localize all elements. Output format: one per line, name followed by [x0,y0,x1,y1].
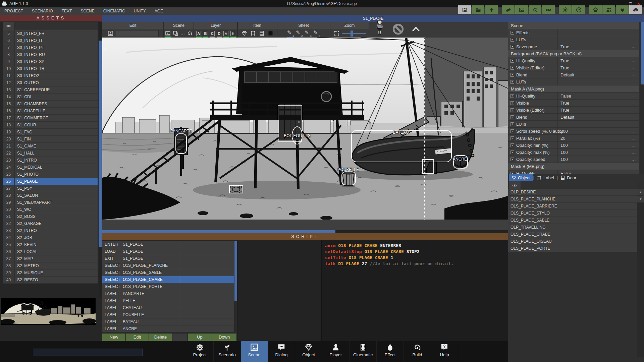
script-row[interactable]: SELECTO1S_PLAGE_CRABE [102,276,234,283]
layers-tool-button[interactable] [173,30,178,37]
mode-button-help[interactable]: ?Help [431,341,458,362]
property-more-button[interactable]: ... [632,108,639,112]
property-row[interactable]: ▪Visible (Editor)True... [508,107,639,114]
marquee-tool-button[interactable] [333,30,340,37]
layer-c-toggle[interactable]: C [210,31,215,36]
scene-panorama-preview[interactable] [1,298,96,325]
assets-scrollbar[interactable] [99,22,102,297]
property-more-button[interactable]: ... [632,44,639,49]
layer-d-toggle[interactable]: D [217,31,221,36]
cloud-button[interactable] [629,5,642,14]
people-button[interactable] [602,5,615,14]
asset-row[interactable]: 22S1_HALL [3,150,98,157]
asset-row[interactable]: 34S2_JOB [3,234,98,241]
asset-row[interactable]: 35S2_KEVIN [3,241,98,248]
menu-item-scene[interactable]: SCENE [76,7,99,15]
save-button[interactable] [458,5,471,14]
travelling-marker-line[interactable] [424,38,425,220]
asset-row[interactable]: 23S1_INTRO [3,157,98,164]
script-row[interactable]: LABELPELLE [102,297,234,304]
asset-row[interactable]: 29S1_VIEUXAPPART [3,199,98,206]
asset-row[interactable]: 37S2_MAP [3,255,98,262]
property-more-button[interactable]: ... [632,65,639,70]
expand-icon[interactable]: + [511,38,514,42]
asset-row[interactable]: 13S1_CARREFOUR [3,86,98,94]
scene-hotspot-poubelle[interactable] [341,171,356,185]
asset-row[interactable]: 15S1_CHAMBRES [3,101,98,108]
script-up-button[interactable]: Up [188,334,212,341]
asset-row[interactable]: 17S1_COMMERCE [3,115,98,122]
asset-row[interactable]: 20S1_FIN [3,136,98,143]
sheet-pencil-8-button[interactable]: ✎8 [313,29,320,38]
property-row[interactable]: +LUTs [508,121,639,128]
script-row[interactable]: EXITS1_PLAGE [102,255,234,262]
zoom-slider-handle[interactable] [351,31,353,37]
menu-item-age[interactable]: AGE [150,7,167,15]
object-list-item[interactable]: O1S_PLAGE_OISEAU [508,238,637,245]
property-row[interactable]: +LUTs [508,36,639,43]
asset-row[interactable]: 30S1_WC [3,206,98,213]
image-tool-button[interactable] [165,30,171,37]
object-list-item[interactable]: O1P_TRAVELLING [508,224,637,231]
asset-row[interactable]: 32S2_GARAGE [3,220,98,227]
script-code-editor[interactable]: anim O1S_PLAGE_CRABE ENTERRERsetDefaultS… [321,240,508,341]
asset-row[interactable]: 5S0_INTRO_FR [3,30,98,37]
diamond-tool-button[interactable] [241,30,248,37]
player-sprite-preview[interactable] [375,19,385,38]
asset-row[interactable]: 26S1_PLAGE [3,178,98,185]
script-row[interactable]: SELECTO1S_PLAGE_PORTE [102,283,234,290]
script-row[interactable]: LABELCHATEAU [102,304,234,311]
asset-row[interactable]: 31S2_BOSS [3,213,98,220]
mode-button-build[interactable]: Build [404,341,431,362]
zoom-slider[interactable] [342,30,366,37]
asset-row[interactable]: 8S0_INTRO_RU [3,51,98,58]
menu-item-unity[interactable]: UNITY [129,7,150,15]
script-scrollbar[interactable] [234,241,237,334]
script-row[interactable]: LABELPANCARTE [102,290,234,297]
asset-row[interactable]: 19S1_FAC [3,129,98,136]
collapse-toolbar-button[interactable] [412,26,420,34]
mode-button-object[interactable]: Object [295,341,322,362]
asset-row[interactable]: 39S2_MUSIQUE [3,269,98,277]
asset-row[interactable]: 33S2_INTRO [3,227,98,234]
image-button[interactable] [515,5,528,14]
asset-row[interactable]: 7S0_INTRO_PT [3,44,98,51]
property-more-button[interactable]: ... [632,136,639,140]
script-row[interactable]: LOADS1_PLAGE [102,248,234,255]
scene-hotspot[interactable] [422,159,434,174]
property-row[interactable]: ▪Hi-QualityFalse... [508,93,639,100]
property-row[interactable]: +Effects [508,29,639,36]
expand-icon[interactable]: + [511,122,514,126]
script-row[interactable]: SELECTO1S_PLAGE_PLANCHE [102,262,234,269]
property-row[interactable]: ▪BlendDefault... [508,114,639,121]
asset-row[interactable]: 16S1_CHAPELLE [3,108,98,115]
property-more-button[interactable]: ... [632,171,639,174]
scene-canvas[interactable]: PANCARTEBOITEOUTILSBATEAUPOUBELLEANCRE [102,38,508,220]
edit-name-field[interactable] [116,30,159,37]
gamepad-button[interactable] [542,5,555,14]
menu-item-scenario[interactable]: SCENARIO [28,7,57,15]
asset-row[interactable]: 12S0_OUTRO [3,79,98,86]
mode-button-scenario[interactable]: Scenario [214,341,241,362]
script-row[interactable]: SELECTO1S_PLAGE_SABLE [102,269,234,276]
property-row[interactable]: ▪Opacity: min (%)100... [508,142,639,149]
property-row[interactable]: ▪SavegameTrue... [508,43,639,50]
gauge-button[interactable] [572,5,585,14]
asset-row[interactable]: 38S2_METRO [3,262,98,269]
asset-row[interactable]: 24S1_MEDICAL [3,164,98,171]
asset-row[interactable]: 11S0_INTRO2 [3,72,98,79]
property-row[interactable]: ▪Opacity: max (%)100... [508,149,639,156]
mode-button-dialog[interactable]: Dialog [268,341,295,362]
eye-icon[interactable] [509,181,521,189]
object-list-item[interactable]: O1S_PLAGE_BARRIERE [508,203,637,210]
blacksquare-tool-button[interactable] [267,30,274,37]
property-row[interactable]: ▪Hi-QualityFalse... [508,170,639,174]
property-row[interactable]: ▪VisibleTrue... [508,100,639,107]
object-list-item[interactable]: O1S_PLAGE_PORTE [508,245,637,252]
asset-row[interactable]: 21S1_GAME [3,143,98,150]
tab-object[interactable]: Object [509,174,533,181]
menu-item-cinematic[interactable]: CINEMATIC [99,7,129,15]
properties-scrollbar[interactable] [640,22,644,174]
layer-b-toggle[interactable]: B [203,31,208,36]
property-row[interactable]: ▪Visible (Editor)True... [508,64,639,71]
